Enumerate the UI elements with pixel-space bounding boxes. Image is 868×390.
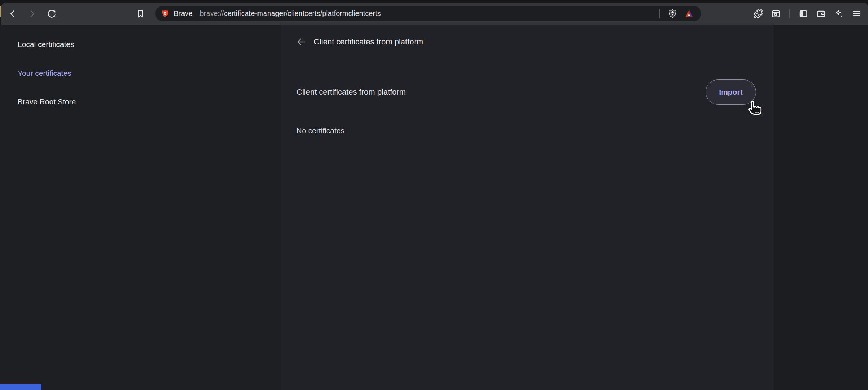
extensions-button[interactable]: [751, 6, 765, 21]
browser-window: Brave brave://certificate-manager/client…: [0, 0, 868, 390]
sidebar-item-brave-root-store[interactable]: Brave Root Store: [12, 95, 82, 109]
sidebar-item-your-certificates[interactable]: Your certificates: [12, 66, 77, 81]
hamburger-menu-icon: [852, 9, 862, 18]
panel-header: Client certificates from platform: [281, 33, 773, 51]
back-icon: [8, 9, 17, 18]
back-button[interactable]: [5, 6, 20, 21]
bat-rewards-icon: [684, 9, 694, 18]
side-panel-button[interactable]: [796, 6, 811, 21]
url-text[interactable]: brave://certificate-manager/clientcerts/…: [200, 9, 381, 18]
certificate-manager-page: Local certificates Your certificates Bra…: [0, 25, 868, 390]
toolbar-actions: [751, 3, 864, 25]
site-name-label: Brave: [174, 9, 192, 18]
wallet-icon: [816, 9, 826, 18]
page-title: Client certificates from platform: [314, 37, 423, 47]
section-title: Client certificates from platform: [296, 87, 406, 97]
wallet-button[interactable]: [814, 6, 828, 21]
main-panel: Client certificates from platform Client…: [281, 25, 773, 390]
leo-ai-button[interactable]: [832, 6, 846, 21]
address-bar-divider: [659, 9, 660, 18]
address-bar-actions: [656, 6, 696, 21]
background-taskbar-corner: [0, 384, 41, 390]
bookmark-button[interactable]: [133, 6, 148, 21]
reload-button[interactable]: [44, 6, 59, 21]
brave-shields-button[interactable]: [665, 6, 680, 21]
menu-button[interactable]: [849, 6, 864, 21]
brave-favicon: [161, 9, 169, 18]
sidebar-item-local-certificates[interactable]: Local certificates: [12, 37, 80, 52]
back-arrow-icon: [296, 36, 307, 47]
bookmark-icon: [136, 9, 145, 18]
empty-state-text: No certificates: [296, 124, 344, 138]
url-path: certificate-manager/clientcerts/platform…: [224, 9, 381, 17]
brave-rewards-button[interactable]: [682, 6, 696, 21]
search-tabs-button[interactable]: [769, 6, 783, 21]
brave-shields-icon: [668, 9, 677, 18]
site-info-chip[interactable]: Brave: [161, 9, 195, 18]
right-gutter: [773, 25, 868, 390]
toolbar-divider: [789, 9, 790, 18]
search-in-window-icon: [771, 9, 781, 18]
platform-certificates-section: Client certificates from platform Import: [296, 79, 756, 105]
url-scheme: brave://: [200, 9, 224, 17]
navigation-buttons: [5, 3, 59, 25]
forward-icon: [27, 9, 37, 18]
address-bar[interactable]: Brave brave://certificate-manager/client…: [155, 6, 701, 21]
side-panel-icon: [799, 9, 808, 18]
forward-button[interactable]: [25, 6, 39, 21]
panel-back-button[interactable]: [294, 35, 308, 49]
import-button[interactable]: Import: [706, 79, 756, 105]
reload-icon: [47, 9, 57, 19]
browser-toolbar: Brave brave://certificate-manager/client…: [1, 3, 868, 25]
sparkle-icon: [834, 9, 843, 18]
puzzle-icon: [754, 9, 763, 18]
certificate-sidebar: Local certificates Your certificates Bra…: [0, 25, 281, 390]
